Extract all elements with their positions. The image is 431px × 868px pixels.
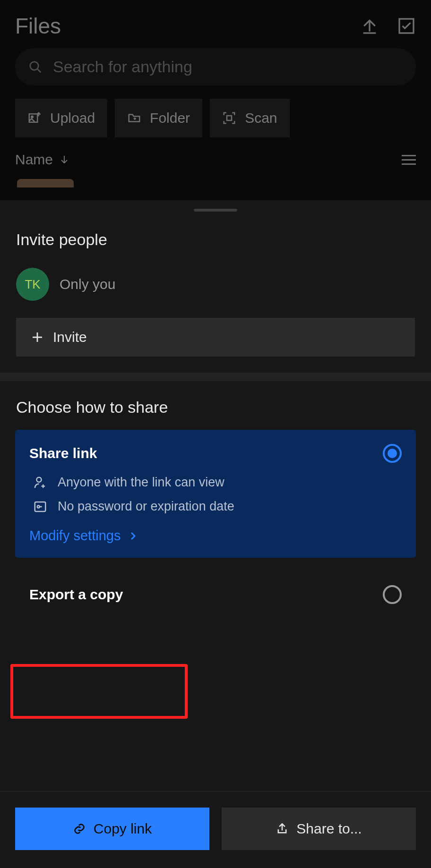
share-to-button[interactable]: Share to... [222,808,416,850]
plus-icon [30,330,44,344]
upload-icon[interactable] [360,17,379,35]
modify-settings-link[interactable]: Modify settings [29,528,402,544]
people-row: TK Only you [0,249,431,301]
search-icon [28,60,43,74]
folder-button[interactable]: Folder [115,99,202,137]
person-add-icon [33,476,47,490]
safe-icon [33,500,47,514]
chevron-right-icon [127,530,138,542]
bottom-action-bar: Copy link Share to... [0,791,431,868]
svg-point-5 [37,477,42,482]
share-link-title: Share link [29,445,97,461]
file-thumbnail-peek [17,179,74,187]
invite-people-title: Invite people [0,230,431,249]
share-link-radio[interactable] [383,444,402,463]
svg-point-3 [31,116,33,118]
only-you-label: Only you [60,276,115,292]
anyone-can-view-label: Anyone with the link can view [58,475,224,490]
no-password-label: No password or expiration date [58,499,234,514]
share-bottom-sheet: Invite people TK Only you Invite Choose … [0,200,431,868]
folder-plus-icon [127,111,141,125]
upload-button[interactable]: Upload [15,99,107,137]
modify-settings-label: Modify settings [29,528,121,544]
view-options-icon[interactable] [402,152,416,168]
scan-label: Scan [245,110,277,126]
avatar[interactable]: TK [16,268,49,301]
export-copy-title: Export a copy [29,587,123,603]
search-input[interactable] [53,58,403,76]
scan-icon [222,111,236,125]
select-mode-icon[interactable] [397,17,416,35]
link-icon [73,822,86,835]
folder-label: Folder [150,110,190,126]
export-copy-option[interactable]: Export a copy [15,571,416,618]
share-to-label: Share to... [296,821,362,837]
choose-share-title: Choose how to share [0,381,431,417]
search-bar[interactable] [15,48,416,85]
page-title: Files [15,13,61,39]
svg-rect-4 [227,116,232,120]
invite-label: Invite [53,329,87,345]
sort-down-icon [59,154,70,165]
column-sort-name[interactable]: Name [15,152,70,168]
copy-link-label: Copy link [94,821,152,837]
sheet-grabber[interactable] [194,209,237,212]
invite-button[interactable]: Invite [16,318,415,357]
scan-button[interactable]: Scan [210,99,289,137]
svg-point-1 [30,61,39,70]
svg-point-7 [37,505,40,508]
copy-link-button[interactable]: Copy link [15,808,209,850]
export-copy-radio[interactable] [383,585,402,604]
share-icon [276,822,289,835]
upload-label: Upload [50,110,95,126]
image-upload-icon [27,111,42,125]
column-name-label: Name [15,152,53,168]
section-divider [0,373,431,381]
share-link-option[interactable]: Share link Anyone with the link can view… [15,430,416,558]
